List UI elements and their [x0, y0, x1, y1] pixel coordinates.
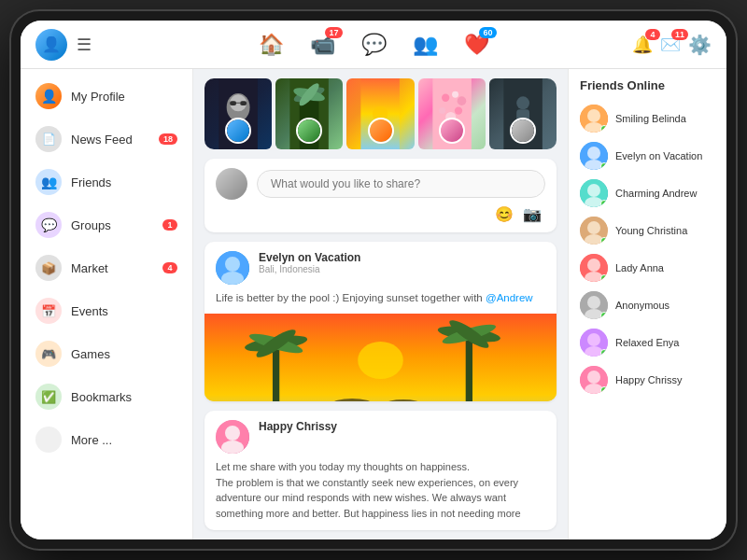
post-1-avatar [216, 251, 249, 285]
photo-strip [204, 78, 557, 149]
svg-point-24 [225, 257, 240, 272]
events-label: Events [71, 304, 177, 318]
friend-item-7[interactable]: Happy Chrissy [569, 361, 726, 399]
video-nav-button[interactable]: 📹 17 [310, 33, 335, 57]
svg-point-44 [587, 109, 600, 122]
games-label: Games [71, 347, 177, 361]
online-dot-3 [600, 237, 608, 245]
hamburger-icon[interactable]: ☰ [77, 35, 92, 55]
bookmarks-label: Bookmarks [71, 390, 177, 404]
events-icon: 📅 [35, 298, 62, 324]
chat-icon: 💬 [361, 33, 387, 57]
friend-avatar-7 [580, 366, 608, 394]
friend-avatar-5 [580, 291, 608, 319]
sidebar-item-games[interactable]: 🎮 Games [21, 332, 192, 375]
photo-1[interactable] [204, 78, 272, 149]
online-dot-4 [600, 274, 608, 282]
svg-point-50 [587, 184, 600, 197]
friend-avatar-0 [580, 105, 608, 133]
notif-button-2[interactable]: ✉️ 11 [660, 35, 681, 55]
svg-point-41 [225, 426, 240, 441]
nav-left: 👤 ☰ [35, 29, 110, 61]
heart-badge: 60 [479, 27, 496, 38]
svg-point-53 [587, 221, 600, 234]
svg-point-15 [452, 91, 458, 98]
friend-item-0[interactable]: Smiling Belinda [569, 100, 726, 137]
video-badge: 17 [325, 27, 342, 38]
svg-point-16 [457, 96, 466, 105]
sidebar-item-groups[interactable]: 💬 Groups 1 [21, 203, 192, 246]
post-1-mention[interactable]: @Andrew [486, 292, 533, 303]
svg-point-18 [454, 106, 461, 114]
camera-icon[interactable]: 📷 [523, 205, 542, 223]
friend-name-1: Evelyn on Vacation [615, 150, 702, 161]
friend-item-4[interactable]: Lady Anna [569, 249, 726, 287]
post-1-header: Evelyn on Vacation Bali, Indonesia [204, 242, 557, 290]
online-dot-5 [600, 312, 608, 319]
friend-avatar-4 [580, 254, 608, 282]
tablet-frame: 👤 ☰ 🏠 📹 17 💬 👥 ❤️ [9, 9, 738, 551]
friend-item-2[interactable]: Charming Andrew [569, 175, 726, 212]
sidebar-item-events[interactable]: 📅 Events [21, 289, 192, 332]
compose-input[interactable] [257, 170, 545, 198]
friend-name-2: Charming Andrew [615, 188, 697, 199]
online-dot-2 [600, 200, 608, 207]
sidebar-item-more[interactable]: More ... [21, 418, 192, 461]
friends-nav-button[interactable]: 👥 [413, 33, 438, 57]
friend-item-1[interactable]: Evelyn on Vacation [569, 137, 726, 175]
sidebar-item-bookmarks[interactable]: ✅ Bookmarks [21, 375, 192, 418]
sidebar-item-market[interactable]: 📦 Market 4 [21, 246, 192, 289]
post-1-location: Bali, Indonesia [259, 264, 545, 274]
friend-name-4: Lady Anna [615, 262, 664, 273]
svg-point-14 [442, 94, 449, 102]
top-nav: 👤 ☰ 🏠 📹 17 💬 👥 ❤️ [21, 21, 726, 69]
emoji-icon[interactable]: 😊 [495, 205, 514, 223]
user-avatar[interactable]: 👤 [35, 29, 67, 61]
friend-item-6[interactable]: Relaxed Enya [569, 324, 726, 361]
friend-avatar-1 [580, 142, 608, 170]
svg-point-27 [358, 342, 403, 379]
friend-item-5[interactable]: Anonymous [569, 287, 726, 324]
my-profile-icon: 👤 [35, 83, 62, 109]
post-1-meta: Evelyn on Vacation Bali, Indonesia [259, 251, 545, 274]
photo-3[interactable] [346, 78, 414, 149]
games-icon: 🎮 [35, 341, 62, 367]
settings-button[interactable]: ⚙️ [688, 34, 712, 56]
friend-name-3: Young Christina [615, 225, 687, 236]
online-dot-0 [600, 125, 608, 133]
sidebar: 👤 My Profile 📄 News Feed 18 👥 Friends [21, 69, 193, 539]
market-icon: 📦 [35, 255, 62, 281]
photo-3-overlay [368, 118, 394, 144]
sidebar-item-news-feed[interactable]: 📄 News Feed 18 [21, 118, 192, 161]
notif-badge-2: 11 [671, 29, 688, 40]
friend-item-3[interactable]: Young Christina [569, 212, 726, 249]
friends-sidebar-icon: 👥 [35, 169, 62, 195]
notif-button-1[interactable]: 🔔 4 [632, 35, 653, 55]
post-2-avatar [216, 420, 249, 454]
post-2-meta: Happy Chrissy [259, 420, 545, 433]
sidebar-item-friends[interactable]: 👥 Friends [21, 161, 192, 203]
svg-point-65 [587, 371, 600, 384]
news-feed-icon: 📄 [35, 126, 62, 152]
sidebar-item-my-profile[interactable]: 👤 My Profile [21, 75, 192, 118]
friend-avatar-2 [580, 179, 608, 207]
photo-4[interactable] [418, 78, 486, 149]
compose-avatar [216, 168, 247, 200]
home-nav-button[interactable]: 🏠 [259, 33, 284, 57]
news-feed-label: News Feed [71, 133, 149, 147]
svg-rect-3 [230, 101, 236, 105]
svg-point-62 [587, 333, 600, 346]
photo-2[interactable] [275, 78, 343, 149]
nav-right: 🔔 4 ✉️ 11 ⚙️ [637, 34, 712, 56]
friend-avatar-3 [580, 217, 608, 245]
heart-nav-button[interactable]: ❤️ 60 [464, 33, 489, 57]
chat-nav-button[interactable]: 💬 [361, 33, 387, 57]
photo-5[interactable] [489, 78, 557, 149]
post-1-author: Evelyn on Vacation [259, 251, 545, 264]
post-2-text: Let me share with you today my thoughts … [216, 459, 545, 521]
svg-point-47 [587, 147, 600, 160]
post-card-2: Happy Chrissy Let me share with you toda… [204, 411, 557, 530]
friends-icon: 👥 [413, 33, 438, 57]
groups-badge: 1 [162, 219, 177, 231]
friend-name-0: Smiling Belinda [615, 113, 686, 124]
